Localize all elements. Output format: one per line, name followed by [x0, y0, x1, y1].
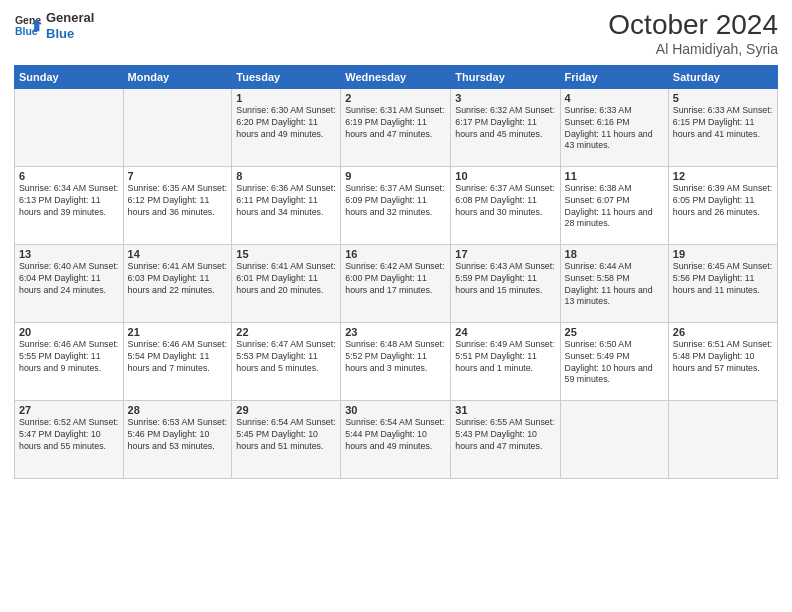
day-info: Sunrise: 6:46 AM Sunset: 5:55 PM Dayligh…	[19, 339, 119, 375]
calendar-week-row: 1Sunrise: 6:30 AM Sunset: 6:20 PM Daylig…	[15, 88, 778, 166]
day-number: 15	[236, 248, 336, 260]
calendar-title: October 2024	[608, 10, 778, 41]
day-number: 20	[19, 326, 119, 338]
calendar-week-row: 6Sunrise: 6:34 AM Sunset: 6:13 PM Daylig…	[15, 166, 778, 244]
day-info: Sunrise: 6:44 AM Sunset: 5:58 PM Dayligh…	[565, 261, 664, 309]
table-row: 25Sunrise: 6:50 AM Sunset: 5:49 PM Dayli…	[560, 322, 668, 400]
day-info: Sunrise: 6:53 AM Sunset: 5:46 PM Dayligh…	[128, 417, 228, 453]
day-number: 5	[673, 92, 773, 104]
day-number: 13	[19, 248, 119, 260]
table-row: 18Sunrise: 6:44 AM Sunset: 5:58 PM Dayli…	[560, 244, 668, 322]
table-row: 31Sunrise: 6:55 AM Sunset: 5:43 PM Dayli…	[451, 400, 560, 478]
table-row: 16Sunrise: 6:42 AM Sunset: 6:00 PM Dayli…	[341, 244, 451, 322]
day-info: Sunrise: 6:54 AM Sunset: 5:44 PM Dayligh…	[345, 417, 446, 453]
table-row: 11Sunrise: 6:38 AM Sunset: 6:07 PM Dayli…	[560, 166, 668, 244]
table-row: 3Sunrise: 6:32 AM Sunset: 6:17 PM Daylig…	[451, 88, 560, 166]
day-number: 7	[128, 170, 228, 182]
day-number: 1	[236, 92, 336, 104]
col-thursday: Thursday	[451, 65, 560, 88]
day-info: Sunrise: 6:40 AM Sunset: 6:04 PM Dayligh…	[19, 261, 119, 297]
col-friday: Friday	[560, 65, 668, 88]
calendar-week-row: 13Sunrise: 6:40 AM Sunset: 6:04 PM Dayli…	[15, 244, 778, 322]
day-info: Sunrise: 6:36 AM Sunset: 6:11 PM Dayligh…	[236, 183, 336, 219]
day-number: 23	[345, 326, 446, 338]
day-info: Sunrise: 6:52 AM Sunset: 5:47 PM Dayligh…	[19, 417, 119, 453]
calendar-week-row: 20Sunrise: 6:46 AM Sunset: 5:55 PM Dayli…	[15, 322, 778, 400]
table-row: 7Sunrise: 6:35 AM Sunset: 6:12 PM Daylig…	[123, 166, 232, 244]
day-number: 21	[128, 326, 228, 338]
table-row: 20Sunrise: 6:46 AM Sunset: 5:55 PM Dayli…	[15, 322, 124, 400]
table-row: 9Sunrise: 6:37 AM Sunset: 6:09 PM Daylig…	[341, 166, 451, 244]
table-row: 6Sunrise: 6:34 AM Sunset: 6:13 PM Daylig…	[15, 166, 124, 244]
day-number: 27	[19, 404, 119, 416]
day-info: Sunrise: 6:45 AM Sunset: 5:56 PM Dayligh…	[673, 261, 773, 297]
table-row: 14Sunrise: 6:41 AM Sunset: 6:03 PM Dayli…	[123, 244, 232, 322]
table-row: 2Sunrise: 6:31 AM Sunset: 6:19 PM Daylig…	[341, 88, 451, 166]
day-number: 31	[455, 404, 555, 416]
day-number: 10	[455, 170, 555, 182]
day-info: Sunrise: 6:49 AM Sunset: 5:51 PM Dayligh…	[455, 339, 555, 375]
table-row: 24Sunrise: 6:49 AM Sunset: 5:51 PM Dayli…	[451, 322, 560, 400]
table-row: 28Sunrise: 6:53 AM Sunset: 5:46 PM Dayli…	[123, 400, 232, 478]
col-tuesday: Tuesday	[232, 65, 341, 88]
day-number: 14	[128, 248, 228, 260]
col-sunday: Sunday	[15, 65, 124, 88]
col-wednesday: Wednesday	[341, 65, 451, 88]
table-row: 27Sunrise: 6:52 AM Sunset: 5:47 PM Dayli…	[15, 400, 124, 478]
day-number: 12	[673, 170, 773, 182]
day-number: 17	[455, 248, 555, 260]
table-row: 10Sunrise: 6:37 AM Sunset: 6:08 PM Dayli…	[451, 166, 560, 244]
logo-icon: General Blue	[14, 12, 42, 40]
logo-text: General Blue	[46, 10, 94, 41]
calendar-header-row: Sunday Monday Tuesday Wednesday Thursday…	[15, 65, 778, 88]
day-number: 18	[565, 248, 664, 260]
day-number: 2	[345, 92, 446, 104]
table-row: 30Sunrise: 6:54 AM Sunset: 5:44 PM Dayli…	[341, 400, 451, 478]
day-number: 25	[565, 326, 664, 338]
day-info: Sunrise: 6:39 AM Sunset: 6:05 PM Dayligh…	[673, 183, 773, 219]
col-monday: Monday	[123, 65, 232, 88]
day-number: 30	[345, 404, 446, 416]
table-row: 29Sunrise: 6:54 AM Sunset: 5:45 PM Dayli…	[232, 400, 341, 478]
table-row: 4Sunrise: 6:33 AM Sunset: 6:16 PM Daylig…	[560, 88, 668, 166]
calendar-subtitle: Al Hamidiyah, Syria	[608, 41, 778, 57]
day-info: Sunrise: 6:35 AM Sunset: 6:12 PM Dayligh…	[128, 183, 228, 219]
day-number: 19	[673, 248, 773, 260]
day-info: Sunrise: 6:38 AM Sunset: 6:07 PM Dayligh…	[565, 183, 664, 231]
day-number: 3	[455, 92, 555, 104]
table-row: 17Sunrise: 6:43 AM Sunset: 5:59 PM Dayli…	[451, 244, 560, 322]
day-info: Sunrise: 6:50 AM Sunset: 5:49 PM Dayligh…	[565, 339, 664, 387]
table-row: 5Sunrise: 6:33 AM Sunset: 6:15 PM Daylig…	[668, 88, 777, 166]
day-number: 28	[128, 404, 228, 416]
table-row	[123, 88, 232, 166]
table-row	[560, 400, 668, 478]
day-info: Sunrise: 6:43 AM Sunset: 5:59 PM Dayligh…	[455, 261, 555, 297]
day-number: 22	[236, 326, 336, 338]
calendar-table: Sunday Monday Tuesday Wednesday Thursday…	[14, 65, 778, 479]
table-row: 23Sunrise: 6:48 AM Sunset: 5:52 PM Dayli…	[341, 322, 451, 400]
day-info: Sunrise: 6:51 AM Sunset: 5:48 PM Dayligh…	[673, 339, 773, 375]
table-row: 19Sunrise: 6:45 AM Sunset: 5:56 PM Dayli…	[668, 244, 777, 322]
day-number: 29	[236, 404, 336, 416]
table-row: 13Sunrise: 6:40 AM Sunset: 6:04 PM Dayli…	[15, 244, 124, 322]
day-info: Sunrise: 6:54 AM Sunset: 5:45 PM Dayligh…	[236, 417, 336, 453]
day-number: 9	[345, 170, 446, 182]
day-info: Sunrise: 6:42 AM Sunset: 6:00 PM Dayligh…	[345, 261, 446, 297]
day-info: Sunrise: 6:41 AM Sunset: 6:03 PM Dayligh…	[128, 261, 228, 297]
day-number: 11	[565, 170, 664, 182]
table-row	[668, 400, 777, 478]
day-info: Sunrise: 6:48 AM Sunset: 5:52 PM Dayligh…	[345, 339, 446, 375]
title-block: October 2024 Al Hamidiyah, Syria	[608, 10, 778, 57]
day-info: Sunrise: 6:37 AM Sunset: 6:09 PM Dayligh…	[345, 183, 446, 219]
day-info: Sunrise: 6:46 AM Sunset: 5:54 PM Dayligh…	[128, 339, 228, 375]
day-info: Sunrise: 6:47 AM Sunset: 5:53 PM Dayligh…	[236, 339, 336, 375]
table-row	[15, 88, 124, 166]
table-row: 15Sunrise: 6:41 AM Sunset: 6:01 PM Dayli…	[232, 244, 341, 322]
day-info: Sunrise: 6:34 AM Sunset: 6:13 PM Dayligh…	[19, 183, 119, 219]
table-row: 22Sunrise: 6:47 AM Sunset: 5:53 PM Dayli…	[232, 322, 341, 400]
day-number: 16	[345, 248, 446, 260]
day-number: 8	[236, 170, 336, 182]
day-info: Sunrise: 6:37 AM Sunset: 6:08 PM Dayligh…	[455, 183, 555, 219]
day-info: Sunrise: 6:33 AM Sunset: 6:15 PM Dayligh…	[673, 105, 773, 141]
calendar-week-row: 27Sunrise: 6:52 AM Sunset: 5:47 PM Dayli…	[15, 400, 778, 478]
